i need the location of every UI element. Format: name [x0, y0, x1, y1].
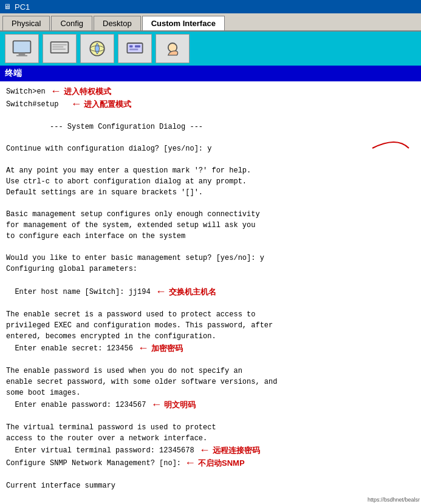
svg-rect-4 — [52, 44, 66, 46]
blank-1 — [6, 111, 415, 121]
svg-rect-9 — [127, 43, 142, 53]
arrow-svg-1 — [366, 136, 415, 160]
annotation-plaintext: 明文明码 — [164, 400, 196, 410]
icon-box-5[interactable] — [156, 34, 190, 63]
svg-rect-12 — [129, 49, 138, 50]
annotation-remote: 远程连接密码 — [213, 445, 260, 456]
svg-rect-0 — [13, 41, 31, 53]
svg-rect-6 — [52, 49, 66, 50]
icon-box-2[interactable] — [43, 34, 77, 63]
password-line: Enter enable password: 1234567 ← 明文明码 — [6, 398, 415, 411]
blank-7 — [6, 298, 415, 309]
svg-rect-11 — [135, 46, 140, 48]
blank-8 — [6, 355, 415, 366]
pc-icon: 🖥 — [4, 2, 11, 11]
svg-rect-2 — [16, 55, 27, 56]
arrow-icon-5: ← — [151, 398, 162, 411]
arrow-icon-4: ← — [138, 342, 149, 355]
hostname-line: Enter host name [Switch]: jj194 ← 交换机主机名 — [6, 285, 415, 298]
icon-box-3[interactable] — [80, 34, 114, 63]
arrow-icon-1: ← — [50, 85, 61, 98]
svg-rect-5 — [52, 46, 63, 47]
arrow-icon-2: ← — [70, 98, 81, 111]
blank-10 — [6, 469, 415, 480]
continue-line: Continue with configuration dialog? [yes… — [6, 143, 415, 154]
blank-9 — [6, 411, 415, 422]
terminal-body[interactable]: Switch>en ← 进入特权模式 Switch#setup ← 进入配置模式… — [0, 81, 421, 504]
blank-3 — [6, 154, 415, 165]
line-setup: Switch#setup ← 进入配置模式 — [6, 98, 415, 111]
annotation-encrypt: 加密密码 — [151, 343, 183, 354]
annotation-config: 进入配置模式 — [84, 99, 131, 110]
title-bar: 🖥 PC1 — [0, 0, 421, 13]
blank-2 — [6, 132, 415, 143]
title-label: PC1 — [15, 2, 30, 12]
annotation-nosnmp: 不启动SNMP — [198, 458, 245, 469]
tab-bar: Physical Config Desktop Custom Interface — [0, 13, 421, 32]
tab-desktop[interactable]: Desktop — [94, 16, 141, 30]
blank-4 — [6, 198, 415, 209]
svg-rect-1 — [19, 53, 26, 55]
tab-config[interactable]: Config — [51, 16, 92, 30]
snmp-line: Configure SNMP Network Management? [no]:… — [6, 457, 415, 469]
terminal-header: 终端 — [0, 66, 421, 81]
arrow-icon-3: ← — [156, 285, 166, 298]
secret-line: Enter enable secret: 123456 ← 加密密码 — [6, 342, 415, 355]
watermark: https://bsdhnet/bealsr — [368, 497, 420, 503]
arrow-icon-6: ← — [199, 444, 210, 457]
tab-physical[interactable]: Physical — [2, 16, 50, 30]
vterm-line: Enter virtual terminal password: 1234567… — [6, 444, 415, 457]
terminal-header-label: 终端 — [5, 68, 22, 79]
tab-custom-interface[interactable]: Custom Interface — [142, 16, 225, 30]
svg-rect-10 — [129, 46, 132, 48]
blank-5 — [6, 242, 415, 253]
arrow-icon-7: ← — [185, 457, 196, 469]
blank-11 — [6, 491, 415, 502]
icon-box-1[interactable] — [5, 34, 39, 63]
blank-6 — [6, 274, 415, 285]
annotation-privileged: 进入特权模式 — [64, 86, 111, 97]
annotation-hostname: 交换机主机名 — [169, 287, 216, 298]
system-dialog: --- System Configuration Dialog --- — [6, 121, 415, 132]
icon-row — [0, 32, 421, 66]
line-en: Switch>en ← 进入特权模式 — [6, 85, 415, 98]
icon-box-4[interactable] — [118, 34, 152, 63]
